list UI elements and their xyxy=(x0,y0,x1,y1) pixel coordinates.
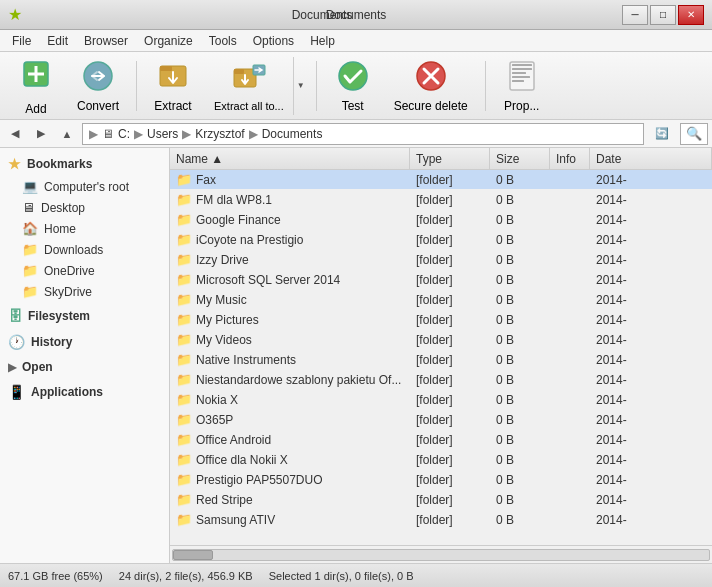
secure-delete-button[interactable]: Secure delete xyxy=(385,57,477,115)
file-name: Fax xyxy=(196,173,216,187)
breadcrumb-arrow-1: ▶ xyxy=(134,127,143,141)
onedrive-label: OneDrive xyxy=(44,264,95,278)
downloads-label: Downloads xyxy=(44,243,103,257)
file-name: Izzy Drive xyxy=(196,253,249,267)
menu-tools[interactable]: Tools xyxy=(201,32,245,50)
file-size: 0 B xyxy=(490,493,550,507)
sidebar-applications-header[interactable]: 📱 Applications xyxy=(0,380,169,404)
col-header-name[interactable]: Name ▲ xyxy=(170,148,410,169)
table-row[interactable]: 📁 Microsoft SQL Server 2014 [folder] 0 B… xyxy=(170,270,712,290)
properties-button[interactable]: Prop... xyxy=(494,57,550,115)
col-header-date[interactable]: Date xyxy=(590,148,712,169)
horizontal-scrollbar[interactable] xyxy=(170,545,712,563)
sidebar-item-desktop[interactable]: 🖥 Desktop xyxy=(0,197,169,218)
table-row[interactable]: 📁 Fax [folder] 0 B 2014- xyxy=(170,170,712,190)
folder-icon: 📁 xyxy=(176,352,192,367)
table-row[interactable]: 📁 Red Stripe [folder] 0 B 2014- xyxy=(170,490,712,510)
breadcrumb-krzysztof[interactable]: Krzysztof xyxy=(195,127,244,141)
close-button[interactable]: ✕ xyxy=(678,5,704,25)
breadcrumb[interactable]: ▶ 🖥 C: ▶ Users ▶ Krzysztof ▶ Documents xyxy=(82,123,644,145)
menu-organize[interactable]: Organize xyxy=(136,32,201,50)
sidebar-item-onedrive[interactable]: 📁 OneDrive xyxy=(0,260,169,281)
file-type: [folder] xyxy=(410,433,490,447)
sidebar-item-home[interactable]: 🏠 Home xyxy=(0,218,169,239)
refresh-button[interactable]: 🔄 xyxy=(648,123,676,145)
add-button[interactable]: Add xyxy=(8,57,64,115)
menu-browser[interactable]: Browser xyxy=(76,32,136,50)
sidebar-open-header[interactable]: ▶ Open xyxy=(0,356,169,378)
table-row[interactable]: 📁 My Pictures [folder] 0 B 2014- xyxy=(170,310,712,330)
table-row[interactable]: 📁 iCoyote na Prestigio [folder] 0 B 2014… xyxy=(170,230,712,250)
menu-options[interactable]: Options xyxy=(245,32,302,50)
col-header-type[interactable]: Type xyxy=(410,148,490,169)
hscroll-thumb[interactable] xyxy=(173,550,213,560)
table-row[interactable]: 📁 Prestigio PAP5507DUO [folder] 0 B 2014… xyxy=(170,470,712,490)
col-header-size[interactable]: Size xyxy=(490,148,550,169)
maximize-button[interactable]: □ xyxy=(650,5,676,25)
file-date: 2014- xyxy=(590,473,712,487)
history-icon: 🕐 xyxy=(8,334,25,350)
properties-label: Prop... xyxy=(504,99,539,113)
search-box[interactable]: 🔍 xyxy=(680,123,708,145)
extract-all-label: Extract all to... xyxy=(214,100,284,112)
home-label: Home xyxy=(44,222,76,236)
extract-button[interactable]: Extract xyxy=(145,57,201,115)
table-row[interactable]: 📁 My Videos [folder] 0 B 2014- xyxy=(170,330,712,350)
title-bar-left: ★ Documents xyxy=(8,5,22,24)
table-row[interactable]: 📁 Native Instruments [folder] 0 B 2014- xyxy=(170,350,712,370)
table-row[interactable]: 📁 O365P [folder] 0 B 2014- xyxy=(170,410,712,430)
menu-edit[interactable]: Edit xyxy=(39,32,76,50)
table-row[interactable]: 📁 Office dla Nokii X [folder] 0 B 2014- xyxy=(170,450,712,470)
breadcrumb-documents[interactable]: Documents xyxy=(262,127,323,141)
history-label: History xyxy=(31,335,72,349)
file-size: 0 B xyxy=(490,333,550,347)
sidebar-item-computer-root[interactable]: 💻 Computer's root xyxy=(0,176,169,197)
menu-bar: File Edit Browser Organize Tools Options… xyxy=(0,30,712,52)
table-row[interactable]: 📁 Niestandardowe szablony pakietu Of... … xyxy=(170,370,712,390)
convert-button[interactable]: Convert xyxy=(68,57,128,115)
sidebar-item-skydrive[interactable]: 📁 SkyDrive xyxy=(0,281,169,302)
menu-file[interactable]: File xyxy=(4,32,39,50)
file-type: [folder] xyxy=(410,353,490,367)
file-type: [folder] xyxy=(410,513,490,527)
sidebar-history-header[interactable]: 🕐 History xyxy=(0,330,169,354)
table-row[interactable]: 📁 Office Android [folder] 0 B 2014- xyxy=(170,430,712,450)
file-list: Name ▲ Type Size Info Date 📁 Fax [folder… xyxy=(170,148,712,563)
table-row[interactable]: 📁 Izzy Drive [folder] 0 B 2014- xyxy=(170,250,712,270)
table-row[interactable]: 📁 FM dla WP8.1 [folder] 0 B 2014- xyxy=(170,190,712,210)
menu-help[interactable]: Help xyxy=(302,32,343,50)
forward-button[interactable]: ▶ xyxy=(30,123,52,145)
up-button[interactable]: ▲ xyxy=(56,123,78,145)
applications-label: Applications xyxy=(31,385,103,399)
file-type: [folder] xyxy=(410,493,490,507)
table-row[interactable]: 📁 Google Finance [folder] 0 B 2014- xyxy=(170,210,712,230)
svg-rect-5 xyxy=(160,66,172,71)
extract-all-icon xyxy=(231,59,267,98)
table-row[interactable]: 📁 Samsung ATIV [folder] 0 B 2014- xyxy=(170,510,712,530)
back-button[interactable]: ◀ xyxy=(4,123,26,145)
col-header-info[interactable]: Info xyxy=(550,148,590,169)
extract-dropdown-arrow[interactable]: ▼ xyxy=(293,57,308,115)
table-row[interactable]: 📁 Nokia X [folder] 0 B 2014- xyxy=(170,390,712,410)
window-controls: ─ □ ✕ xyxy=(622,5,704,25)
folder-icon: 📁 xyxy=(176,172,192,187)
table-row[interactable]: 📁 My Music [folder] 0 B 2014- xyxy=(170,290,712,310)
test-button[interactable]: Test xyxy=(325,57,381,115)
file-name: Native Instruments xyxy=(196,353,296,367)
breadcrumb-users[interactable]: Users xyxy=(147,127,178,141)
sidebar-item-downloads[interactable]: 📁 Downloads xyxy=(0,239,169,260)
extract-all-button[interactable]: Extract all to... xyxy=(205,57,293,115)
sidebar-bookmarks-header[interactable]: ★ Bookmarks xyxy=(0,152,169,176)
file-type: [folder] xyxy=(410,373,490,387)
file-count: 24 dir(s), 2 file(s), 456.9 KB xyxy=(119,570,253,582)
secure-delete-icon xyxy=(413,58,449,97)
file-date: 2014- xyxy=(590,373,712,387)
file-size: 0 B xyxy=(490,433,550,447)
sidebar-filesystem-header[interactable]: 🗄 Filesystem xyxy=(0,304,169,328)
file-type: [folder] xyxy=(410,413,490,427)
breadcrumb-icon: 🖥 xyxy=(102,127,114,141)
separator-2 xyxy=(316,61,317,111)
minimize-button[interactable]: ─ xyxy=(622,5,648,25)
svg-rect-12 xyxy=(512,64,532,66)
breadcrumb-c[interactable]: C: xyxy=(118,127,130,141)
